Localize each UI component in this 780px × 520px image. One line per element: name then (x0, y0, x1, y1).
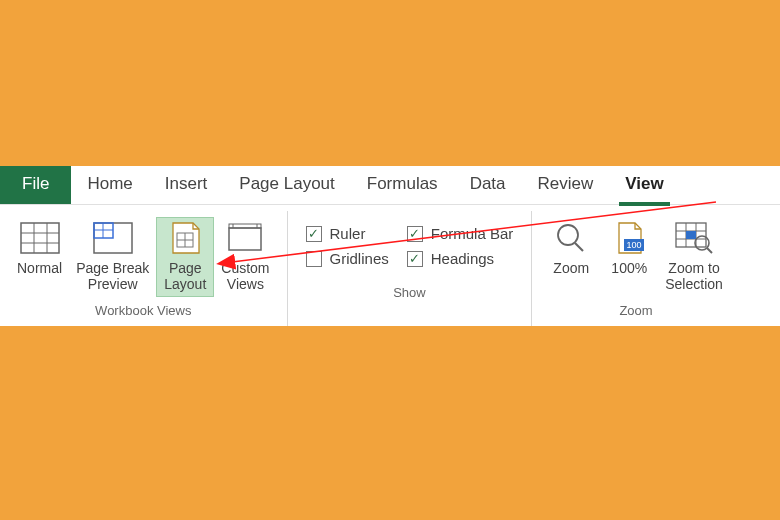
checkbox-icon: ✓ (407, 251, 423, 267)
page-break-icon (91, 220, 135, 256)
group-title-show: Show (393, 283, 426, 304)
svg-rect-12 (229, 228, 261, 250)
hundred-percent-button[interactable]: 100 100% (600, 217, 658, 297)
tab-insert[interactable]: Insert (149, 166, 224, 204)
formula-bar-label: Formula Bar (431, 225, 514, 242)
zoom-to-selection-label: Zoom to Selection (665, 260, 723, 294)
page-break-preview-button[interactable]: Page Break Preview (69, 217, 156, 297)
tab-page-layout[interactable]: Page Layout (223, 166, 350, 204)
custom-views-label: Custom Views (221, 260, 269, 294)
zoom-label: Zoom (553, 260, 589, 294)
svg-line-17 (575, 243, 583, 251)
ribbon-tabs: File Home Insert Page Layout Formulas Da… (0, 166, 780, 204)
group-workbook-views: Normal Page Break Preview (0, 211, 288, 326)
svg-point-16 (558, 225, 578, 245)
headings-checkbox[interactable]: ✓ Headings (407, 250, 514, 267)
normal-button[interactable]: Normal (10, 217, 69, 297)
ribbon-body: Normal Page Break Preview (0, 204, 780, 326)
gridlines-checkbox[interactable]: Gridlines (306, 250, 389, 267)
svg-line-27 (707, 248, 712, 253)
group-title-zoom: Zoom (619, 301, 652, 322)
ruler-label: Ruler (330, 225, 366, 242)
tab-view[interactable]: View (609, 166, 679, 204)
svg-rect-25 (686, 231, 696, 239)
gridlines-label: Gridlines (330, 250, 389, 267)
group-show: ✓ Ruler ✓ Formula Bar Gridlines ✓ Headin… (288, 211, 533, 326)
checkbox-icon (306, 251, 322, 267)
checkbox-icon: ✓ (407, 226, 423, 242)
ruler-checkbox[interactable]: ✓ Ruler (306, 225, 389, 242)
checkbox-icon: ✓ (306, 226, 322, 242)
page-layout-icon (163, 220, 207, 256)
page-layout-label: Page Layout (164, 260, 206, 294)
svg-point-26 (695, 236, 709, 250)
group-zoom: Zoom 100 100% (532, 211, 740, 326)
normal-label: Normal (17, 260, 62, 294)
magnifier-icon (549, 220, 593, 256)
tab-file[interactable]: File (0, 166, 71, 204)
hundred-percent-label: 100% (611, 260, 647, 294)
normal-icon (18, 220, 62, 256)
svg-text:100: 100 (627, 240, 642, 250)
zoom-to-selection-icon (672, 220, 716, 256)
svg-rect-0 (21, 223, 59, 253)
custom-views-button[interactable]: Custom Views (214, 217, 276, 297)
tab-data[interactable]: Data (454, 166, 522, 204)
formula-bar-checkbox[interactable]: ✓ Formula Bar (407, 225, 514, 242)
tab-review[interactable]: Review (522, 166, 610, 204)
zoom-to-selection-button[interactable]: Zoom to Selection (658, 217, 730, 297)
page-layout-button[interactable]: Page Layout (156, 217, 214, 297)
group-title-workbook-views: Workbook Views (95, 301, 191, 322)
tab-home[interactable]: Home (71, 166, 148, 204)
tab-formulas[interactable]: Formulas (351, 166, 454, 204)
page-break-label: Page Break Preview (76, 260, 149, 294)
headings-label: Headings (431, 250, 494, 267)
zoom-button[interactable]: Zoom (542, 217, 600, 297)
hundred-percent-icon: 100 (607, 220, 651, 256)
excel-ribbon: File Home Insert Page Layout Formulas Da… (0, 166, 780, 326)
custom-views-icon (223, 220, 267, 256)
